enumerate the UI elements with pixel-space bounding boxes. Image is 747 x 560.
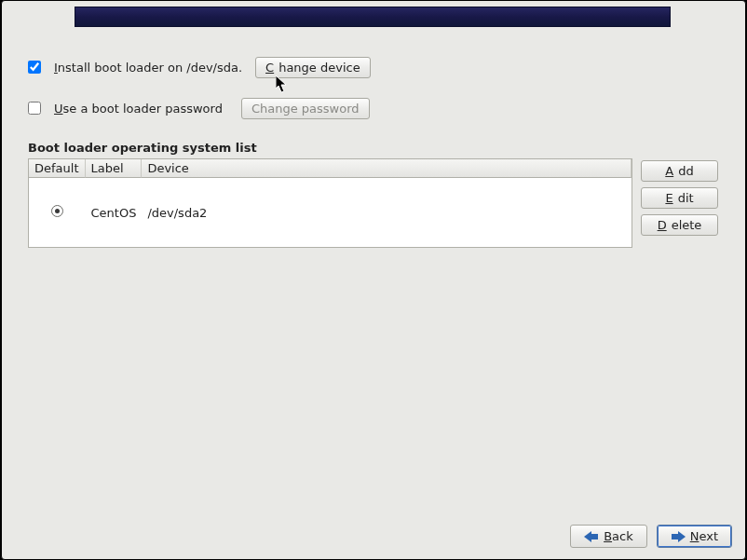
default-radio-icon[interactable] [51,205,63,217]
install-bootloader-row: Install boot loader on /dev/sda. Change … [28,53,723,81]
add-button[interactable]: Add [641,160,718,182]
os-list-side-buttons: Add Edit Delete [641,160,718,248]
next-button[interactable]: Next [657,525,732,548]
main-content: Install boot loader on /dev/sda. Change … [28,53,723,248]
os-list-table[interactable]: Default Label Device CentOS /dev/sda2 [28,158,632,248]
delete-button[interactable]: Delete [641,214,718,236]
os-device-cell: /dev/sda2 [142,178,632,247]
table-row[interactable]: CentOS /dev/sda2 [29,178,632,247]
arrow-right-icon [671,531,686,542]
change-password-button: Change password [241,98,370,119]
bootloader-password-checkbox[interactable] [28,102,41,115]
install-bootloader-label: Install boot loader on /dev/sda. [54,61,242,75]
bootloader-password-label: Use a boot loader password [54,102,223,116]
os-list-area: Default Label Device CentOS /dev/sda2 [28,158,723,248]
os-label-cell: CentOS [86,178,143,247]
header-banner [75,7,671,27]
installer-window: Install boot loader on /dev/sda. Change … [1,0,746,560]
col-header-device[interactable]: Device [142,159,632,178]
edit-button[interactable]: Edit [641,187,718,209]
wizard-footer: Back Next [570,525,732,548]
install-bootloader-checkbox[interactable] [28,61,41,74]
arrow-left-icon [584,531,599,542]
back-button[interactable]: Back [570,525,647,548]
change-device-button[interactable]: Change device [255,57,371,78]
os-list-header-row: Default Label Device [29,159,632,178]
default-radio-cell[interactable] [29,178,86,247]
col-header-label[interactable]: Label [86,159,143,178]
os-list-heading: Boot loader operating system list [28,141,723,155]
bootloader-password-row: Use a boot loader password Change passwo… [28,94,723,122]
col-header-default[interactable]: Default [29,159,86,178]
